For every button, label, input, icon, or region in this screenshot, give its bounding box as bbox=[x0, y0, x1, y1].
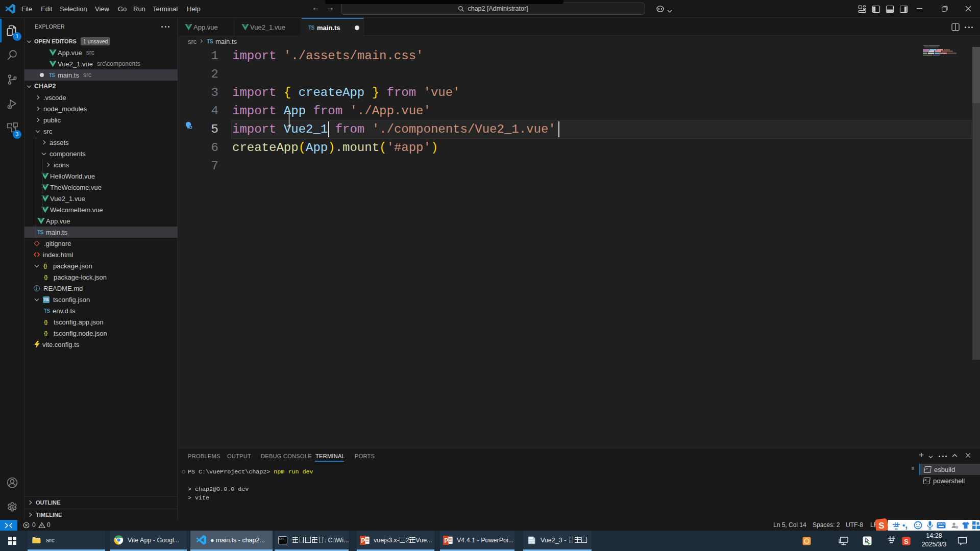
svg-text:P: P bbox=[444, 537, 448, 544]
svg-text:C:\_: C:\_ bbox=[279, 537, 286, 541]
svg-text:S: S bbox=[878, 521, 884, 531]
svg-text:P: P bbox=[361, 537, 365, 544]
svg-text:S: S bbox=[904, 538, 908, 545]
